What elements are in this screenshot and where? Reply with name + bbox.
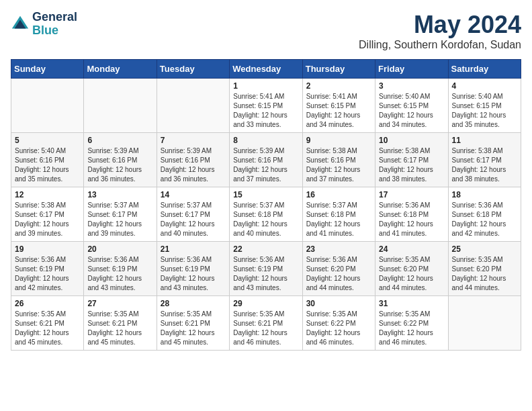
day-info: Sunrise: 5:38 AM Sunset: 6:17 PM Dayligh… bbox=[379, 146, 444, 184]
calendar-cell: 28Sunrise: 5:35 AM Sunset: 6:21 PM Dayli… bbox=[157, 296, 229, 351]
calendar-cell: 23Sunrise: 5:36 AM Sunset: 6:20 PM Dayli… bbox=[302, 242, 375, 296]
day-info: Sunrise: 5:40 AM Sunset: 6:16 PM Dayligh… bbox=[15, 146, 80, 184]
day-info: Sunrise: 5:37 AM Sunset: 6:18 PM Dayligh… bbox=[306, 201, 371, 238]
calendar-cell: 7Sunrise: 5:39 AM Sunset: 6:16 PM Daylig… bbox=[157, 133, 229, 187]
day-number: 5 bbox=[15, 136, 80, 145]
calendar-cell bbox=[11, 79, 84, 133]
day-number: 22 bbox=[233, 244, 298, 254]
day-number: 8 bbox=[233, 136, 298, 145]
calendar-cell: 12Sunrise: 5:38 AM Sunset: 6:17 PM Dayli… bbox=[11, 187, 84, 242]
calendar-cell bbox=[84, 79, 157, 133]
day-number: 16 bbox=[306, 190, 371, 199]
day-number: 6 bbox=[87, 136, 152, 145]
day-number: 30 bbox=[306, 299, 371, 308]
day-number: 20 bbox=[87, 244, 152, 254]
day-number: 2 bbox=[306, 81, 371, 91]
calendar-cell: 20Sunrise: 5:36 AM Sunset: 6:19 PM Dayli… bbox=[84, 242, 157, 296]
calendar-cell: 4Sunrise: 5:40 AM Sunset: 6:15 PM Daylig… bbox=[448, 79, 521, 133]
calendar-cell: 6Sunrise: 5:39 AM Sunset: 6:16 PM Daylig… bbox=[84, 133, 157, 187]
calendar-cell: 19Sunrise: 5:36 AM Sunset: 6:19 PM Dayli… bbox=[11, 242, 84, 296]
calendar-cell: 14Sunrise: 5:37 AM Sunset: 6:17 PM Dayli… bbox=[157, 187, 229, 242]
day-number: 21 bbox=[161, 244, 226, 254]
day-number: 24 bbox=[379, 244, 444, 254]
calendar-week-row: 19Sunrise: 5:36 AM Sunset: 6:19 PM Dayli… bbox=[11, 242, 521, 296]
day-number: 3 bbox=[379, 81, 444, 91]
calendar-cell: 18Sunrise: 5:36 AM Sunset: 6:18 PM Dayli… bbox=[448, 187, 521, 242]
calendar-cell: 10Sunrise: 5:38 AM Sunset: 6:17 PM Dayli… bbox=[375, 133, 448, 187]
day-info: Sunrise: 5:39 AM Sunset: 6:16 PM Dayligh… bbox=[161, 146, 226, 184]
calendar-cell: 3Sunrise: 5:40 AM Sunset: 6:15 PM Daylig… bbox=[375, 79, 448, 133]
day-info: Sunrise: 5:35 AM Sunset: 6:21 PM Dayligh… bbox=[233, 310, 298, 347]
calendar-week-row: 5Sunrise: 5:40 AM Sunset: 6:16 PM Daylig… bbox=[11, 133, 521, 187]
calendar-cell bbox=[448, 296, 521, 351]
weekday-header: Wednesday bbox=[230, 60, 302, 79]
day-number: 29 bbox=[233, 299, 298, 308]
day-number: 7 bbox=[161, 136, 226, 145]
calendar-cell: 31Sunrise: 5:35 AM Sunset: 6:22 PM Dayli… bbox=[375, 296, 448, 351]
day-info: Sunrise: 5:37 AM Sunset: 6:17 PM Dayligh… bbox=[161, 201, 226, 238]
calendar-header-row: SundayMondayTuesdayWednesdayThursdayFrid… bbox=[11, 60, 521, 79]
day-number: 9 bbox=[306, 136, 371, 145]
calendar-week-row: 1Sunrise: 5:41 AM Sunset: 6:15 PM Daylig… bbox=[11, 79, 521, 133]
weekday-header: Sunday bbox=[11, 60, 84, 79]
day-info: Sunrise: 5:35 AM Sunset: 6:22 PM Dayligh… bbox=[306, 310, 371, 347]
calendar-cell: 2Sunrise: 5:41 AM Sunset: 6:15 PM Daylig… bbox=[302, 79, 375, 133]
calendar-cell: 16Sunrise: 5:37 AM Sunset: 6:18 PM Dayli… bbox=[302, 187, 375, 242]
day-number: 23 bbox=[306, 244, 371, 254]
day-info: Sunrise: 5:37 AM Sunset: 6:18 PM Dayligh… bbox=[233, 201, 298, 238]
logo-icon bbox=[11, 15, 30, 34]
day-info: Sunrise: 5:36 AM Sunset: 6:20 PM Dayligh… bbox=[306, 255, 371, 293]
day-number: 12 bbox=[15, 190, 80, 199]
weekday-header: Monday bbox=[84, 60, 157, 79]
day-info: Sunrise: 5:35 AM Sunset: 6:21 PM Dayligh… bbox=[87, 310, 152, 347]
day-number: 31 bbox=[379, 299, 444, 308]
calendar-cell: 30Sunrise: 5:35 AM Sunset: 6:22 PM Dayli… bbox=[302, 296, 375, 351]
day-number: 18 bbox=[452, 190, 517, 199]
weekday-header: Friday bbox=[375, 60, 448, 79]
day-info: Sunrise: 5:36 AM Sunset: 6:18 PM Dayligh… bbox=[379, 201, 444, 238]
day-info: Sunrise: 5:39 AM Sunset: 6:16 PM Dayligh… bbox=[87, 146, 152, 184]
day-info: Sunrise: 5:36 AM Sunset: 6:19 PM Dayligh… bbox=[15, 255, 80, 293]
day-info: Sunrise: 5:35 AM Sunset: 6:20 PM Dayligh… bbox=[452, 255, 517, 293]
day-number: 15 bbox=[233, 190, 298, 199]
day-info: Sunrise: 5:40 AM Sunset: 6:15 PM Dayligh… bbox=[379, 92, 444, 130]
logo-text: General Blue bbox=[32, 11, 77, 38]
title-block: May 2024 Dilling, Southern Kordofan, Sud… bbox=[359, 11, 521, 51]
day-info: Sunrise: 5:38 AM Sunset: 6:16 PM Dayligh… bbox=[306, 146, 371, 184]
calendar-cell: 26Sunrise: 5:35 AM Sunset: 6:21 PM Dayli… bbox=[11, 296, 84, 351]
calendar-cell: 1Sunrise: 5:41 AM Sunset: 6:15 PM Daylig… bbox=[230, 79, 302, 133]
day-info: Sunrise: 5:37 AM Sunset: 6:17 PM Dayligh… bbox=[87, 201, 152, 238]
day-number: 13 bbox=[87, 190, 152, 199]
day-number: 4 bbox=[452, 81, 517, 91]
calendar-cell: 11Sunrise: 5:38 AM Sunset: 6:17 PM Dayli… bbox=[448, 133, 521, 187]
calendar-cell: 9Sunrise: 5:38 AM Sunset: 6:16 PM Daylig… bbox=[302, 133, 375, 187]
day-info: Sunrise: 5:40 AM Sunset: 6:15 PM Dayligh… bbox=[452, 92, 517, 130]
calendar-cell: 27Sunrise: 5:35 AM Sunset: 6:21 PM Dayli… bbox=[84, 296, 157, 351]
day-info: Sunrise: 5:38 AM Sunset: 6:17 PM Dayligh… bbox=[15, 201, 80, 238]
month-title: May 2024 bbox=[359, 11, 521, 39]
calendar-week-row: 12Sunrise: 5:38 AM Sunset: 6:17 PM Dayli… bbox=[11, 187, 521, 242]
day-number: 28 bbox=[161, 299, 226, 308]
calendar-cell: 22Sunrise: 5:36 AM Sunset: 6:19 PM Dayli… bbox=[230, 242, 302, 296]
calendar-cell: 24Sunrise: 5:35 AM Sunset: 6:20 PM Dayli… bbox=[375, 242, 448, 296]
location-title: Dilling, Southern Kordofan, Sudan bbox=[359, 39, 521, 51]
day-number: 26 bbox=[15, 299, 80, 308]
day-number: 1 bbox=[233, 81, 298, 91]
calendar-cell: 5Sunrise: 5:40 AM Sunset: 6:16 PM Daylig… bbox=[11, 133, 84, 187]
day-info: Sunrise: 5:41 AM Sunset: 6:15 PM Dayligh… bbox=[306, 92, 371, 130]
calendar-cell: 21Sunrise: 5:36 AM Sunset: 6:19 PM Dayli… bbox=[157, 242, 229, 296]
day-info: Sunrise: 5:35 AM Sunset: 6:21 PM Dayligh… bbox=[15, 310, 80, 347]
calendar-cell bbox=[157, 79, 229, 133]
weekday-header: Tuesday bbox=[157, 60, 229, 79]
logo: General Blue bbox=[11, 11, 77, 38]
day-number: 14 bbox=[161, 190, 226, 199]
calendar-table: SundayMondayTuesdayWednesdayThursdayFrid… bbox=[11, 59, 521, 351]
day-info: Sunrise: 5:36 AM Sunset: 6:19 PM Dayligh… bbox=[161, 255, 226, 293]
day-info: Sunrise: 5:36 AM Sunset: 6:18 PM Dayligh… bbox=[452, 201, 517, 238]
calendar-cell: 25Sunrise: 5:35 AM Sunset: 6:20 PM Dayli… bbox=[448, 242, 521, 296]
day-info: Sunrise: 5:35 AM Sunset: 6:20 PM Dayligh… bbox=[379, 255, 444, 293]
day-info: Sunrise: 5:41 AM Sunset: 6:15 PM Dayligh… bbox=[233, 92, 298, 130]
day-info: Sunrise: 5:35 AM Sunset: 6:22 PM Dayligh… bbox=[379, 310, 444, 347]
day-number: 27 bbox=[87, 299, 152, 308]
weekday-header: Saturday bbox=[448, 60, 521, 79]
